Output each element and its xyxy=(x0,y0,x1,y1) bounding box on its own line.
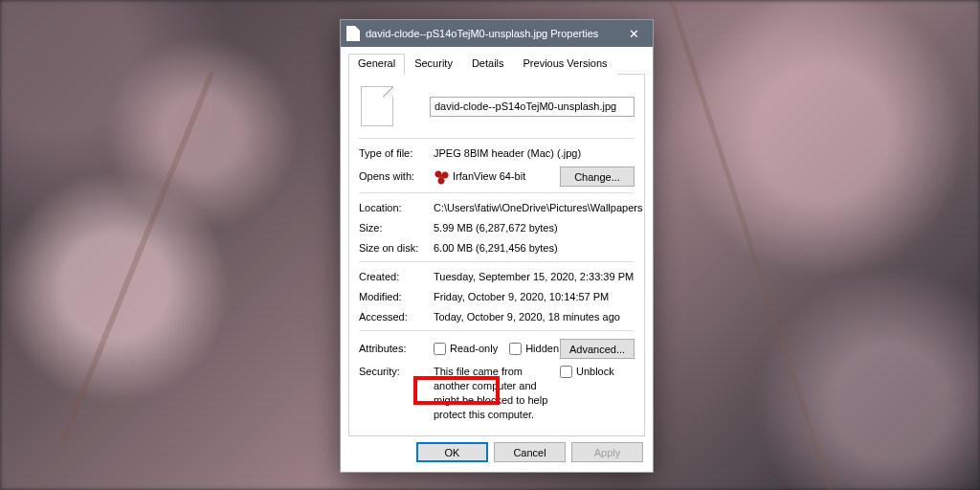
advanced-button[interactable]: Advanced... xyxy=(560,339,635,359)
tab-previous-versions[interactable]: Previous Versions xyxy=(514,54,617,75)
label-created: Created: xyxy=(359,270,434,284)
value-opens-with: IrfanView 64-bit xyxy=(453,169,525,184)
label-size: Size: xyxy=(359,221,434,235)
value-size-on-disk: 6.00 MB (6,291,456 bytes) xyxy=(434,241,635,256)
readonly-check-input[interactable] xyxy=(434,343,446,355)
value-size: 5.99 MB (6,287,672 bytes) xyxy=(434,221,635,235)
ok-button[interactable]: OK xyxy=(416,442,488,462)
label-security: Security: xyxy=(359,365,434,379)
security-message: This file came from another computer and… xyxy=(434,365,560,422)
label-opens-with: Opens with: xyxy=(359,169,434,184)
label-modified: Modified: xyxy=(359,290,434,304)
hidden-label: Hidden xyxy=(525,342,559,356)
value-modified: Friday, October 9, 2020, 10:14:57 PM xyxy=(434,290,635,304)
change-button[interactable]: Change... xyxy=(560,167,635,187)
label-attributes: Attributes: xyxy=(359,342,434,356)
tab-security[interactable]: Security xyxy=(405,54,462,75)
tab-details[interactable]: Details xyxy=(462,54,514,75)
hidden-checkbox[interactable]: Hidden xyxy=(509,342,559,356)
value-created: Tuesday, September 15, 2020, 2:33:39 PM xyxy=(434,270,635,284)
tab-strip: General Security Details Previous Versio… xyxy=(348,53,645,75)
unblock-label: Unblock xyxy=(576,365,614,379)
cancel-button[interactable]: Cancel xyxy=(494,442,566,462)
general-panel: Type of file: JPEG 8BIM header (Mac) (.j… xyxy=(348,75,645,436)
unblock-check-input[interactable] xyxy=(560,366,572,378)
unblock-checkbox[interactable]: Unblock xyxy=(560,365,614,379)
readonly-checkbox[interactable]: Read-only xyxy=(434,342,498,356)
properties-dialog: david-clode--pS14oTejM0-unsplash.jpg Pro… xyxy=(340,19,654,473)
readonly-label: Read-only xyxy=(450,342,498,356)
title-bar[interactable]: david-clode--pS14oTejM0-unsplash.jpg Pro… xyxy=(341,20,653,47)
window-title: david-clode--pS14oTejM0-unsplash.jpg Pro… xyxy=(366,28,614,39)
hidden-check-input[interactable] xyxy=(509,343,522,355)
close-button[interactable]: ✕ xyxy=(614,20,653,47)
document-icon xyxy=(361,86,393,126)
irfanview-icon xyxy=(434,169,449,185)
apply-button[interactable]: Apply xyxy=(571,442,643,462)
label-type: Type of file: xyxy=(359,146,434,161)
label-location: Location: xyxy=(359,201,434,215)
value-type: JPEG 8BIM header (Mac) (.jpg) xyxy=(434,146,635,161)
label-size-on-disk: Size on disk: xyxy=(359,241,434,256)
value-location: C:\Users\fatiw\OneDrive\Pictures\Wallpap… xyxy=(434,201,642,215)
filename-input[interactable] xyxy=(430,97,635,117)
value-accessed: Today, October 9, 2020, 18 minutes ago xyxy=(434,310,635,324)
dialog-buttons: OK Cancel Apply xyxy=(348,436,645,464)
label-accessed: Accessed: xyxy=(359,310,434,324)
tab-general[interactable]: General xyxy=(348,54,405,75)
file-icon xyxy=(346,26,360,41)
